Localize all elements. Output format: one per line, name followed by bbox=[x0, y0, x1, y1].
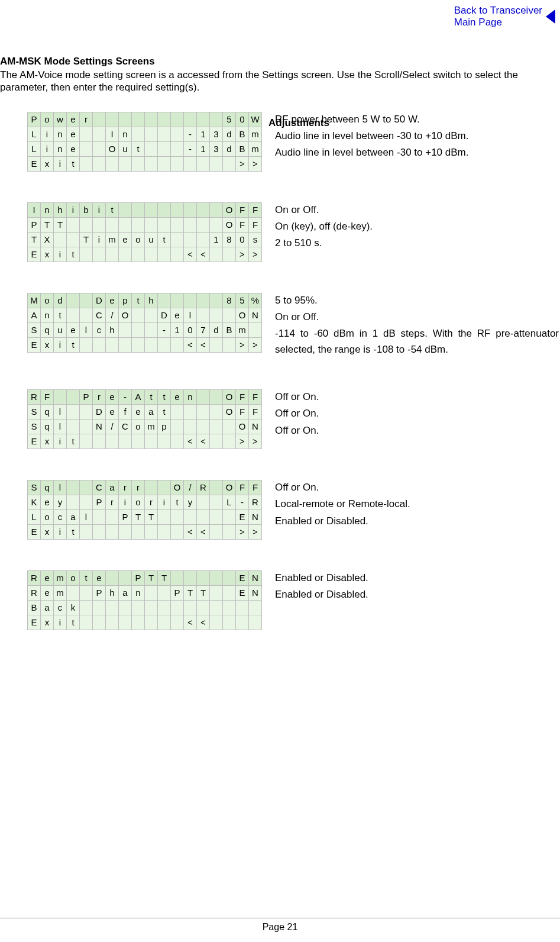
lcd-cell: > bbox=[249, 156, 262, 171]
lcd-cell bbox=[67, 585, 80, 600]
lcd-cell bbox=[210, 585, 223, 600]
lcd-cell: t bbox=[54, 308, 67, 322]
lcd-cell: w bbox=[54, 112, 67, 127]
description-line: Off or On. bbox=[275, 480, 410, 495]
lcd-cell bbox=[184, 404, 197, 419]
lcd-cell: u bbox=[54, 322, 67, 337]
lcd-cell: K bbox=[28, 495, 41, 509]
lcd-cell: l bbox=[184, 308, 197, 322]
lcd-cell bbox=[158, 141, 171, 156]
lcd-cell bbox=[93, 600, 106, 615]
lcd-cell: q bbox=[41, 404, 54, 419]
lcd-cell bbox=[223, 524, 236, 539]
lcd-cell bbox=[171, 419, 184, 434]
back-link-text[interactable]: Back to TransceiverMain Page bbox=[454, 5, 542, 29]
lcd-cell bbox=[210, 434, 223, 449]
lcd-cell: n bbox=[41, 202, 54, 217]
lcd-cell: N bbox=[249, 570, 262, 585]
lcd-cell bbox=[158, 585, 171, 600]
lcd-cell: E bbox=[28, 434, 41, 449]
lcd-cell bbox=[171, 434, 184, 449]
lcd-cell bbox=[145, 202, 158, 217]
lcd-cell bbox=[67, 293, 80, 308]
lcd-cell bbox=[184, 509, 197, 524]
lcd-cell: > bbox=[249, 434, 262, 449]
description-line: 2 to 510 s. bbox=[275, 236, 373, 251]
lcd-cell bbox=[210, 404, 223, 419]
lcd-cell bbox=[210, 389, 223, 404]
lcd-cell bbox=[171, 524, 184, 539]
lcd-cell: e bbox=[41, 495, 54, 509]
lcd-cell: i bbox=[54, 434, 67, 449]
lcd-cell bbox=[171, 202, 184, 217]
lcd-cell bbox=[132, 615, 145, 630]
lcd-cell: i bbox=[119, 495, 132, 509]
lcd-cell: i bbox=[54, 524, 67, 539]
back-to-main-link[interactable]: Back to TransceiverMain Page bbox=[454, 5, 555, 29]
lcd-cell: y bbox=[184, 495, 197, 509]
lcd-cell: 5 bbox=[236, 293, 249, 308]
lcd-cell bbox=[80, 404, 93, 419]
lcd-cell: X bbox=[41, 232, 54, 247]
description-line: On or Off. bbox=[275, 309, 559, 325]
lcd-cell bbox=[223, 419, 236, 434]
lcd-cell bbox=[80, 247, 93, 262]
lcd-cell bbox=[171, 509, 184, 524]
lcd-cell: e bbox=[41, 570, 54, 585]
lcd-cell: x bbox=[41, 156, 54, 171]
lcd-cell bbox=[80, 156, 93, 171]
lcd-cell bbox=[93, 337, 106, 352]
lcd-cell: e bbox=[41, 585, 54, 600]
lcd-cell bbox=[93, 127, 106, 141]
lcd-cell bbox=[106, 600, 119, 615]
lcd-cell bbox=[145, 585, 158, 600]
lcd-cell: e bbox=[106, 293, 119, 308]
description-line: On or Off. bbox=[275, 202, 373, 218]
lcd-cell: C bbox=[93, 480, 106, 495]
lcd-cell: F bbox=[236, 202, 249, 217]
lcd-cell: t bbox=[145, 389, 158, 404]
lcd-cell bbox=[80, 337, 93, 352]
lcd-cell: l bbox=[80, 509, 93, 524]
lcd-row: Exit << bbox=[28, 615, 262, 630]
lcd-cell: 8 bbox=[223, 232, 236, 247]
lcd-cell bbox=[145, 600, 158, 615]
settings-screen-4: RF Pre-Atten OFFSql Defeat OFFSql N/Comp… bbox=[0, 389, 560, 449]
lcd-cell: O bbox=[223, 202, 236, 217]
lcd-cell: x bbox=[41, 247, 54, 262]
lcd-cell bbox=[184, 202, 197, 217]
lcd-cell bbox=[223, 337, 236, 352]
lcd-cell: < bbox=[184, 615, 197, 630]
lcd-cell bbox=[210, 202, 223, 217]
lcd-cell: - bbox=[184, 127, 197, 141]
lcd-cell: r bbox=[119, 480, 132, 495]
section-title: AM-MSK Mode Settings Screens bbox=[0, 56, 560, 67]
lcd-cell bbox=[54, 232, 67, 247]
lcd-cell bbox=[145, 247, 158, 262]
lcd-cell bbox=[223, 509, 236, 524]
lcd-cell bbox=[106, 570, 119, 585]
lcd-cell: > bbox=[249, 337, 262, 352]
lcd-cell: d bbox=[223, 127, 236, 141]
lcd-cell: r bbox=[132, 480, 145, 495]
lcd-cell: e bbox=[67, 127, 80, 141]
lcd-cell: h bbox=[106, 585, 119, 600]
lcd-cell: R bbox=[197, 480, 210, 495]
lcd-cell bbox=[197, 389, 210, 404]
lcd-cell: q bbox=[41, 322, 54, 337]
lcd-cell: o bbox=[132, 232, 145, 247]
lcd-cell bbox=[119, 217, 132, 232]
lcd-cell bbox=[80, 600, 93, 615]
lcd-cell: p bbox=[119, 293, 132, 308]
lcd-cell: N bbox=[249, 509, 262, 524]
lcd-cell: E bbox=[236, 509, 249, 524]
lcd-cell: e bbox=[171, 389, 184, 404]
lcd-row: Key Priority L-R bbox=[28, 495, 262, 509]
lcd-cell bbox=[171, 156, 184, 171]
lcd-cell bbox=[145, 524, 158, 539]
lcd-cell bbox=[184, 232, 197, 247]
lcd-cell bbox=[119, 600, 132, 615]
lcd-cell: R bbox=[28, 585, 41, 600]
lcd-cell: T bbox=[145, 509, 158, 524]
lcd-cell: r bbox=[80, 112, 93, 127]
